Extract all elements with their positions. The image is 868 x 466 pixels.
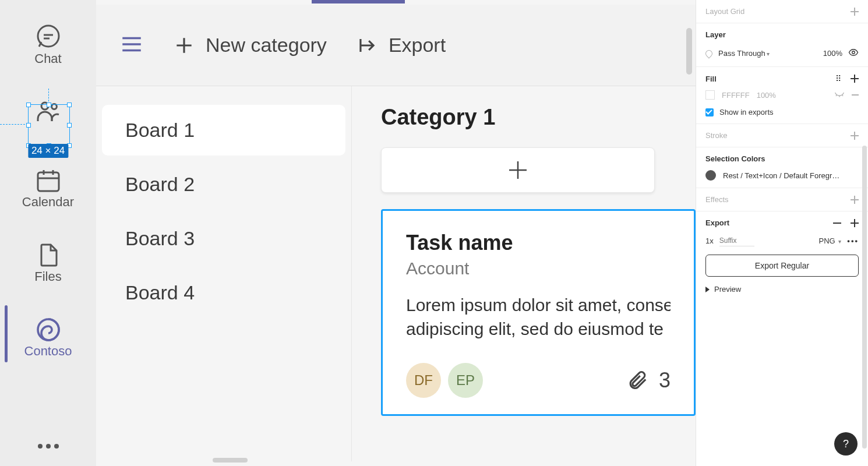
rail-label-calendar: Calendar <box>22 195 74 210</box>
section-layout-grid: Layout Grid <box>705 7 744 16</box>
fill-swatch[interactable] <box>705 90 715 100</box>
plus-icon <box>506 158 530 182</box>
remove-fill-button[interactable] <box>852 94 859 96</box>
section-export: Export <box>705 218 729 227</box>
drag-handle[interactable] <box>213 458 248 463</box>
svg-point-2 <box>51 104 57 110</box>
remove-export-button[interactable] <box>833 223 841 224</box>
section-stroke: Stroke <box>705 131 728 140</box>
hamburger-icon <box>119 32 144 57</box>
add-layout-grid-button[interactable] <box>851 8 859 16</box>
file-icon <box>34 241 62 269</box>
rail-more-button[interactable] <box>38 444 59 449</box>
app-frame: New category Export Board 1 Board 2 Boar… <box>96 0 696 466</box>
blend-mode-select[interactable]: Pass Through▾ <box>718 49 770 58</box>
contoso-icon <box>34 316 62 344</box>
avatar[interactable]: EP <box>448 363 483 398</box>
export-suffix-input[interactable] <box>719 235 754 246</box>
svg-point-5 <box>852 51 855 54</box>
app-toolbar: New category Export <box>96 5 696 86</box>
add-export-button[interactable] <box>851 219 859 227</box>
task-card[interactable]: Task name Account Lorem ipsum dolor sit … <box>381 209 696 416</box>
selection-color-name[interactable]: Rest / Text+Icon / Default Foregr… <box>723 171 839 180</box>
export-label: Export <box>389 34 446 57</box>
caret-right-icon <box>705 287 710 292</box>
category-title: Category 1 <box>381 105 696 130</box>
add-stroke-button[interactable] <box>851 132 859 140</box>
new-category-label: New category <box>206 34 327 57</box>
avatar[interactable]: DF <box>406 363 441 398</box>
attachments-count: 3 <box>659 368 671 393</box>
show-in-exports-checkbox[interactable] <box>705 108 714 116</box>
export-regular-button[interactable]: Export Regular <box>705 255 859 277</box>
rail-label-contoso: Contoso <box>24 344 72 359</box>
show-in-exports-label: Show in exports <box>719 108 774 116</box>
fill-visibility-toggle[interactable] <box>834 91 845 100</box>
chat-icon <box>34 23 62 51</box>
preview-label: Preview <box>714 285 741 294</box>
board-item[interactable]: Board 2 <box>102 159 345 210</box>
export-button[interactable]: Export <box>356 34 446 57</box>
board-item[interactable]: Board 1 <box>102 105 345 156</box>
rail-label-chat: Chat <box>34 51 61 66</box>
design-canvas[interactable]: New category Export Board 1 Board 2 Boar… <box>96 0 696 466</box>
help-button[interactable]: ? <box>834 432 858 456</box>
fill-opacity-input[interactable]: 100% <box>757 91 776 100</box>
alignment-guide-horizontal <box>0 124 28 125</box>
alignment-guide-vertical <box>48 89 49 104</box>
fill-hex-input[interactable]: FFFFFF <box>722 91 750 100</box>
add-fill-button[interactable] <box>851 75 859 83</box>
task-name: Task name <box>406 231 671 255</box>
layer-opacity-input[interactable]: 100% <box>823 49 842 58</box>
section-selection-colors: Selection Colors <box>705 154 765 163</box>
inspector-panel: Layout Grid Layer Pass Through▾ 100% Fil… <box>696 0 868 466</box>
selection-size-badge: 24 × 24 <box>28 144 68 158</box>
rail-item-contoso[interactable]: Contoso <box>0 316 96 359</box>
rail-item-files[interactable]: Files <box>0 241 96 284</box>
paperclip-icon <box>626 369 648 391</box>
task-description: Lorem ipsum dolor sit amet, conseadipisc… <box>406 294 671 341</box>
blend-droplet-icon <box>704 48 714 58</box>
category-column: Category 1 Task name Account Lorem ipsum… <box>352 82 696 461</box>
task-account: Account <box>406 259 671 278</box>
active-tab-indicator <box>312 0 405 3</box>
inspector-scrollbar[interactable] <box>862 146 867 449</box>
selection-color-swatch[interactable] <box>705 170 716 181</box>
board-item[interactable]: Board 4 <box>102 267 345 318</box>
visibility-toggle[interactable] <box>848 47 859 59</box>
board-item[interactable]: Board 3 <box>102 213 345 264</box>
svg-rect-3 <box>38 172 59 191</box>
section-fill: Fill <box>705 75 717 83</box>
export-scale-select[interactable]: 1x <box>705 236 714 245</box>
app-rail: Chat 24 × 24 Calendar Files Contoso <box>0 0 96 466</box>
hamburger-button[interactable] <box>119 32 144 59</box>
section-effects: Effects <box>705 195 729 204</box>
fill-styles-button[interactable]: ⠿ <box>835 74 842 83</box>
add-effect-button[interactable] <box>851 196 859 204</box>
rail-label-files: Files <box>34 269 61 284</box>
calendar-icon <box>34 167 62 195</box>
svg-point-1 <box>41 103 48 110</box>
add-task-button[interactable] <box>381 147 655 193</box>
new-category-button[interactable]: New category <box>173 34 327 57</box>
export-format-select[interactable]: PNG ▾ <box>819 236 842 245</box>
section-layer: Layer <box>705 30 726 39</box>
export-arrow-icon <box>356 34 378 57</box>
attachments-indicator[interactable]: 3 <box>626 368 671 393</box>
rail-item-calendar[interactable]: Calendar <box>0 167 96 210</box>
boards-list: Board 1 Board 2 Board 3 Board 4 <box>96 82 352 461</box>
export-options-button[interactable]: ••• <box>847 236 859 245</box>
toolbar-scrollbar[interactable] <box>686 28 692 75</box>
rail-item-chat[interactable]: Chat <box>0 23 96 66</box>
export-preview-toggle[interactable]: Preview <box>705 285 859 294</box>
plus-icon <box>173 34 195 57</box>
